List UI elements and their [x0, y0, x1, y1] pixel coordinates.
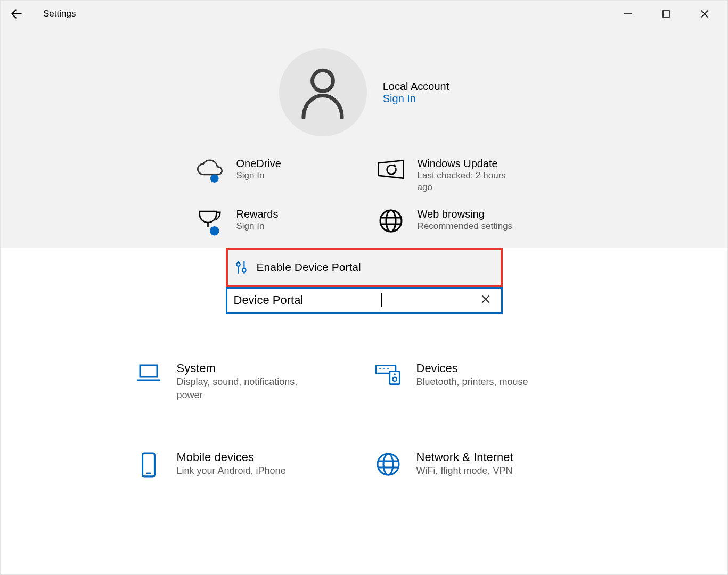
quick-onedrive-title: OneDrive [236, 158, 281, 170]
category-network-sub: WiFi, flight mode, VPN [416, 464, 513, 478]
quick-windows-update[interactable]: Windows Update Last checked: 2 hours ago [375, 158, 535, 193]
onedrive-icon [195, 158, 225, 184]
close-icon [700, 9, 709, 19]
category-system-title: System [177, 362, 315, 375]
svg-point-2 [210, 174, 218, 183]
category-devices-title: Devices [416, 362, 528, 375]
close-button[interactable] [692, 3, 717, 24]
category-system[interactable]: System Display, sound, notifications, po… [135, 362, 354, 402]
svg-rect-8 [140, 365, 157, 377]
quick-onedrive[interactable]: OneDrive Sign In [194, 158, 354, 193]
network-globe-icon [375, 451, 401, 477]
arrow-left-icon [10, 7, 23, 21]
category-mobile[interactable]: Mobile devices Link your Android, iPhone [135, 450, 354, 478]
svg-point-16 [383, 454, 393, 475]
quick-onedrive-sub: Sign In [236, 170, 281, 182]
category-mobile-sub: Link your Android, iPhone [177, 464, 286, 478]
search-input[interactable] [234, 293, 380, 307]
search-suggestion[interactable]: Enable Device Portal [226, 248, 503, 287]
category-system-sub: Display, sound, notifications, power [177, 375, 315, 402]
globe-icon [378, 208, 404, 234]
svg-point-1 [313, 70, 333, 91]
maximize-icon [662, 10, 670, 18]
quick-web-browsing[interactable]: Web browsing Recommended settings [375, 208, 535, 237]
account-signin-link[interactable]: Sign In [383, 93, 449, 105]
svg-point-4 [380, 210, 402, 232]
text-caret [381, 293, 382, 307]
avatar[interactable] [279, 48, 367, 136]
svg-rect-14 [146, 472, 150, 474]
svg-rect-0 [663, 11, 669, 17]
quick-web-browsing-title: Web browsing [418, 208, 513, 220]
svg-point-3 [210, 226, 219, 236]
titlebar: Settings [1, 1, 727, 27]
category-devices-sub: Bluetooth, printers, mouse [416, 375, 528, 389]
search-suggestion-text: Enable Device Portal [257, 261, 361, 274]
person-icon [299, 66, 347, 119]
devices-icon [375, 363, 402, 386]
category-network[interactable]: Network & Internet WiFi, flight mode, VP… [375, 450, 593, 478]
search-box[interactable] [226, 287, 503, 314]
quick-rewards-sub: Sign In [236, 220, 279, 232]
windows-update-icon [377, 158, 405, 181]
quick-rewards-title: Rewards [236, 208, 279, 220]
settings-categories: System Display, sound, notifications, po… [135, 362, 593, 478]
maximize-button[interactable] [654, 3, 678, 24]
quick-web-browsing-sub: Recommended settings [418, 220, 513, 232]
search-area: Enable Device Portal [226, 248, 503, 314]
back-button[interactable] [6, 3, 27, 24]
category-network-title: Network & Internet [416, 450, 513, 464]
svg-point-12 [394, 373, 396, 375]
svg-point-7 [242, 268, 246, 272]
svg-point-15 [378, 454, 399, 475]
window-title: Settings [43, 9, 76, 19]
svg-point-6 [236, 263, 240, 266]
clear-search-button[interactable] [477, 291, 495, 309]
svg-point-5 [386, 210, 396, 232]
account-type-label: Local Account [383, 80, 449, 93]
category-mobile-title: Mobile devices [177, 450, 286, 464]
quick-rewards[interactable]: Rewards Sign In [194, 208, 354, 237]
laptop-icon [136, 363, 161, 383]
minimize-button[interactable] [616, 3, 640, 24]
sliders-icon [235, 260, 247, 275]
account-hero: Local Account Sign In OneDrive Sign In [1, 27, 727, 248]
x-icon [481, 294, 490, 304]
minimize-icon [624, 10, 632, 18]
quick-windows-update-sub: Last checked: 2 hours ago [418, 170, 519, 193]
category-devices[interactable]: Devices Bluetooth, printers, mouse [375, 362, 593, 402]
quick-windows-update-title: Windows Update [418, 158, 519, 170]
rewards-icon [195, 208, 225, 237]
phone-icon [140, 451, 158, 478]
